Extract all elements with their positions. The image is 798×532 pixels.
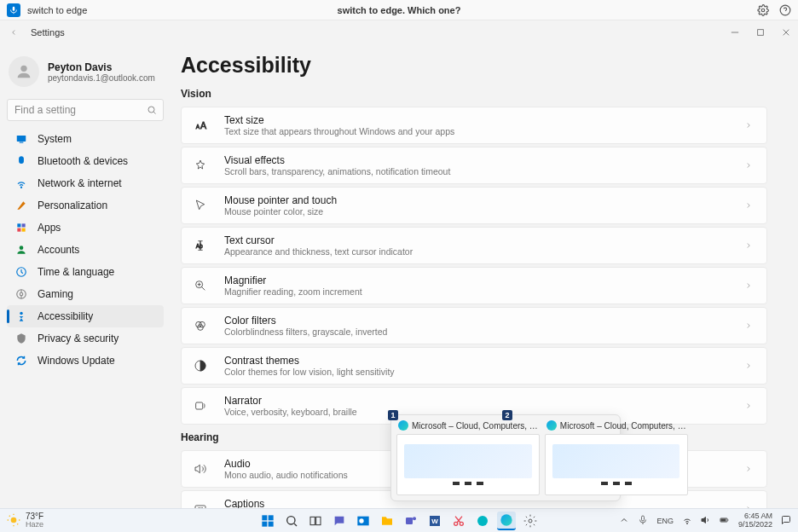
card-description: Magnifier reading, zoom increment xyxy=(224,286,729,297)
svg-line-44 xyxy=(17,524,18,525)
weather-condition: Haze xyxy=(26,521,43,529)
svg-marker-70 xyxy=(702,517,706,523)
profile-email: peytondavis.1@outlook.com xyxy=(48,73,155,83)
svg-point-0 xyxy=(761,9,765,12)
sidebar-item-system[interactable]: System xyxy=(7,128,164,150)
nav-label: Privacy & security xyxy=(38,332,119,344)
task-view-icon[interactable] xyxy=(306,512,325,530)
sidebar-item-network-internet[interactable]: Network & internet xyxy=(7,172,164,194)
card-title: Narrator xyxy=(224,395,729,407)
svg-rect-11 xyxy=(20,142,24,143)
svg-point-56 xyxy=(359,518,363,523)
svg-rect-47 xyxy=(262,515,267,520)
svg-rect-16 xyxy=(22,228,26,232)
settings-card-text-cursor[interactable]: Ab Text cursor Appearance and thickness,… xyxy=(181,227,767,264)
gear-icon[interactable] xyxy=(757,4,769,16)
notifications-icon[interactable] xyxy=(781,515,791,527)
edge-icon[interactable] xyxy=(497,512,516,530)
svg-rect-15 xyxy=(17,228,20,232)
sidebar-item-accessibility[interactable]: Accessibility xyxy=(7,305,164,327)
task-window-2[interactable]: Microsoft – Cloud, Computers, … xyxy=(545,420,688,495)
nav-icon xyxy=(15,310,27,322)
svg-point-20 xyxy=(20,292,23,296)
weather-widget[interactable]: 73°F Haze xyxy=(7,512,43,529)
card-description: Text size that appears throughout Window… xyxy=(224,126,729,136)
app-title: Settings xyxy=(31,27,65,38)
task-title: Microsoft – Cloud, Computers, … xyxy=(560,421,686,431)
svg-rect-68 xyxy=(642,516,645,521)
edge-icon xyxy=(546,420,557,431)
sidebar-item-privacy-security[interactable]: Privacy & security xyxy=(7,327,164,350)
card-title: Contrast themes xyxy=(224,355,729,367)
profile-block[interactable]: Peyton Davis peytondavis.1@outlook.com xyxy=(7,51,164,95)
svg-line-9 xyxy=(153,112,155,113)
nav-label: Accessibility xyxy=(38,310,93,322)
svg-text:Ab: Ab xyxy=(196,243,203,249)
svg-point-65 xyxy=(477,516,488,526)
sidebar-item-time-language[interactable]: Time & language xyxy=(7,261,164,283)
teams-icon[interactable] xyxy=(402,512,420,530)
window-header: Settings xyxy=(0,20,798,44)
volume-icon[interactable] xyxy=(701,515,711,527)
chevron-right-icon xyxy=(744,200,756,212)
word-icon[interactable]: W xyxy=(425,512,444,530)
snipping-tool-icon[interactable] xyxy=(449,512,468,530)
nav-icon xyxy=(15,355,27,367)
nav-label: Time & language xyxy=(38,266,114,278)
wifi-icon[interactable] xyxy=(682,515,692,527)
sidebar-item-apps[interactable]: Apps xyxy=(7,217,164,239)
svg-text:A: A xyxy=(200,120,207,130)
sidebar-item-windows-update[interactable]: Windows Update xyxy=(7,350,164,372)
mic-icon xyxy=(7,3,20,17)
chat-icon[interactable] xyxy=(330,512,349,530)
chevron-right-icon xyxy=(744,119,756,132)
svg-rect-53 xyxy=(310,517,315,524)
sidebar-item-accounts[interactable]: Accounts xyxy=(7,239,164,261)
card-description: Colorblindness filters, grayscale, inver… xyxy=(224,327,729,337)
outlook-icon[interactable] xyxy=(354,512,373,530)
settings-card-mouse-pointer-and-touch[interactable]: Mouse pointer and touch Mouse pointer co… xyxy=(181,187,767,224)
settings-card-color-filters[interactable]: Color filters Colorblindness filters, gr… xyxy=(181,307,767,344)
app-icon[interactable] xyxy=(473,512,492,530)
sidebar-item-gaming[interactable]: Gaming xyxy=(7,283,164,305)
sidebar-item-personalization[interactable]: Personalization xyxy=(7,194,164,217)
close-button[interactable] xyxy=(781,27,791,38)
card-icon xyxy=(192,359,209,373)
file-explorer-icon[interactable] xyxy=(378,512,396,530)
minimize-button[interactable] xyxy=(730,27,740,38)
maximize-button[interactable] xyxy=(755,27,766,38)
language-indicator[interactable]: ENG xyxy=(656,517,674,525)
svg-point-66 xyxy=(500,514,512,525)
settings-card-magnifier[interactable]: Magnifier Magnifier reading, zoom increm… xyxy=(181,267,767,304)
nav-icon xyxy=(15,177,27,189)
tray-mic-icon[interactable] xyxy=(638,515,648,527)
start-button[interactable] xyxy=(258,512,277,530)
search-input[interactable] xyxy=(7,99,164,121)
nav-label: Bluetooth & devices xyxy=(38,155,128,167)
card-title: Mouse pointer and touch xyxy=(224,194,729,206)
svg-point-51 xyxy=(287,516,295,523)
card-description: Mouse pointer color, size xyxy=(224,206,729,217)
task-badge-1: 1 xyxy=(388,410,398,420)
card-title: Color filters xyxy=(224,315,729,327)
back-button[interactable] xyxy=(7,26,20,39)
settings-card-visual-effects[interactable]: Visual effects Scroll bars, transparency… xyxy=(181,147,767,184)
svg-point-23 xyxy=(20,312,23,315)
card-icon: CC xyxy=(192,502,209,508)
search-taskbar-icon[interactable] xyxy=(282,512,301,530)
card-title: Magnifier xyxy=(224,275,729,286)
task-window-1[interactable]: Microsoft – Cloud, Computers, … xyxy=(396,420,540,495)
tray-chevron-icon[interactable] xyxy=(619,515,629,527)
nav-icon xyxy=(15,222,27,234)
battery-icon[interactable] xyxy=(720,515,730,527)
settings-card-text-size[interactable]: AA Text size Text size that appears thro… xyxy=(181,107,767,144)
chevron-right-icon xyxy=(744,280,756,292)
settings-taskbar-icon[interactable] xyxy=(521,512,540,530)
sidebar-item-bluetooth-devices[interactable]: Bluetooth & devices xyxy=(7,150,164,172)
card-icon xyxy=(192,462,209,476)
card-title: Visual effects xyxy=(224,154,729,166)
help-icon[interactable] xyxy=(779,4,791,16)
settings-card-contrast-themes[interactable]: Contrast themes Color themes for low vis… xyxy=(181,347,767,385)
clock[interactable]: 6:45 AM 9/15/2022 xyxy=(738,512,772,529)
nav-icon xyxy=(15,200,27,211)
